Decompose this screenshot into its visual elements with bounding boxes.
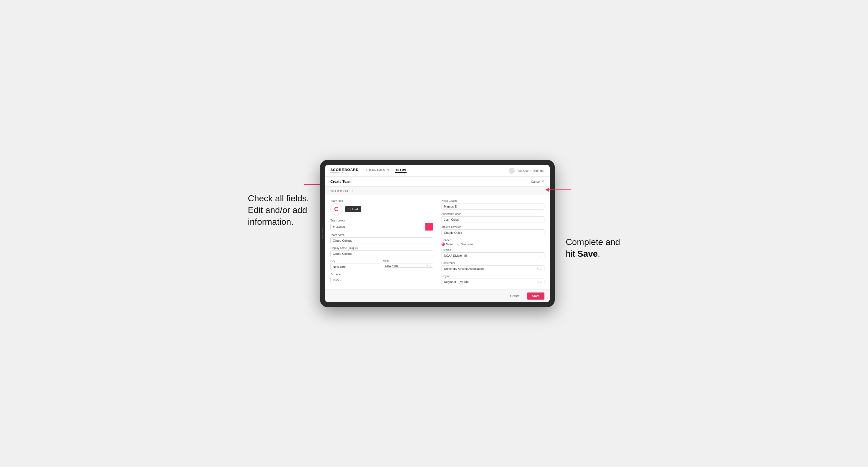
modal-footer: Cancel Save xyxy=(325,289,550,302)
right-annotation-bold: Save xyxy=(578,249,598,259)
city-group: City xyxy=(330,260,381,270)
radio-dot-womens xyxy=(457,243,460,246)
brand-name: SCOREBOARD xyxy=(330,168,359,172)
team-logo-label: Team logo xyxy=(330,199,433,203)
right-annotation-line1: Complete and xyxy=(566,237,620,247)
upload-button[interactable]: Upload xyxy=(345,206,361,212)
tablet-screen: SCOREBOARD Powered by clippd TOURNAMENTS… xyxy=(325,165,550,302)
conference-value: University Athletic Association xyxy=(444,267,484,270)
gender-radio-group: Mens Womens xyxy=(441,243,545,246)
modal-header: Create Team Cancel ✕ xyxy=(325,177,550,187)
athletic-director-field: Athletic Director xyxy=(441,225,545,236)
section-label: TEAM DETAILS xyxy=(325,187,550,195)
region-chevron-icon: ⌄ xyxy=(540,280,542,283)
region-label: Region xyxy=(441,275,545,278)
region-controls: ✕ ⌄ xyxy=(536,280,542,283)
color-text-input[interactable] xyxy=(330,224,425,230)
form-right: Head Coach Assistant Coach Athletic Dire… xyxy=(441,199,545,285)
division-field: Division NCAA Division III ⌄ xyxy=(441,249,545,259)
radio-dot-mens xyxy=(441,243,445,246)
team-logo-field: Team logo C Upload xyxy=(330,199,433,216)
modal-title: Create Team xyxy=(330,180,351,184)
zip-label: Zip code xyxy=(330,273,433,276)
svg-marker-3 xyxy=(545,188,549,192)
sign-out-link[interactable]: Sign out xyxy=(533,169,545,172)
region-select[interactable]: Region II - (M) DIII ✕ ⌄ xyxy=(441,279,545,285)
conference-controls: ✕ ⌄ xyxy=(536,268,542,270)
city-input[interactable] xyxy=(330,263,381,270)
division-select[interactable]: NCAA Division III ⌄ xyxy=(441,252,545,259)
modal-cancel-label: Cancel xyxy=(531,180,540,183)
form-body: Team logo C Upload Team colour xyxy=(325,195,550,289)
region-field: Region Region II - (M) DIII ✕ ⌄ xyxy=(441,275,545,285)
tablet-frame: SCOREBOARD Powered by clippd TOURNAMENTS… xyxy=(320,160,555,307)
logo-circle: C xyxy=(330,203,342,215)
conference-chevron-icon: ⌄ xyxy=(540,268,542,270)
gender-womens-radio[interactable]: Womens xyxy=(457,243,473,246)
right-annotation-line2: hit xyxy=(566,249,578,259)
gender-label: Gender xyxy=(441,239,545,242)
display-name-field: Display name (unique) xyxy=(330,247,433,257)
right-arrow-icon xyxy=(544,182,571,198)
state-label: State xyxy=(383,260,433,263)
region-clear-icon[interactable]: ✕ xyxy=(536,280,539,283)
division-value: NCAA Division III xyxy=(444,254,467,257)
logo-area: C Upload xyxy=(330,203,433,215)
logo-letter: C xyxy=(334,206,339,213)
state-group: State New York ✕ ⌄ xyxy=(383,260,433,270)
assistant-coach-input[interactable] xyxy=(441,216,545,223)
state-clear-icon[interactable]: ✕ xyxy=(426,264,428,268)
zip-input[interactable] xyxy=(330,277,433,283)
brand-sub: Powered by clippd xyxy=(330,172,359,174)
conference-label: Conference xyxy=(441,261,545,264)
division-chevron-icon: ⌄ xyxy=(540,254,542,257)
display-name-label: Display name (unique) xyxy=(330,247,433,250)
head-coach-input[interactable] xyxy=(441,203,545,210)
team-name-label: Team name xyxy=(330,234,433,237)
gender-field: Gender Mens Womens xyxy=(441,239,545,246)
nav-links: TOURNAMENTS TEAMS xyxy=(365,168,502,173)
city-state-row: City State New York ✕ ⌄ xyxy=(330,260,433,270)
nav-link-tournaments[interactable]: TOURNAMENTS xyxy=(365,168,390,173)
color-field xyxy=(330,223,433,231)
head-coach-label: Head Coach xyxy=(441,199,545,203)
athletic-director-input[interactable] xyxy=(441,229,545,236)
nav-link-teams[interactable]: TEAMS xyxy=(395,168,407,173)
team-name-input[interactable] xyxy=(330,237,433,244)
form-left: Team logo C Upload Team colour xyxy=(330,199,433,285)
athletic-director-label: Athletic Director xyxy=(441,225,545,228)
conference-clear-icon[interactable]: ✕ xyxy=(536,268,539,270)
division-label: Division xyxy=(441,249,545,251)
tablet-side-buttons xyxy=(322,228,323,239)
footer-save-button[interactable]: Save xyxy=(527,292,545,300)
right-annotation: Complete and hit Save. xyxy=(566,160,620,260)
color-swatch[interactable] xyxy=(425,223,433,231)
city-label: City xyxy=(330,260,381,263)
city-state-field: City State New York ✕ ⌄ xyxy=(330,260,433,270)
gender-mens-radio[interactable]: Mens xyxy=(441,243,453,246)
zip-field: Zip code xyxy=(330,273,433,283)
modal-cancel-button[interactable]: Cancel ✕ xyxy=(531,180,545,184)
nav-right: Test User | Sign out xyxy=(509,168,545,174)
conference-select[interactable]: University Athletic Association ✕ ⌄ xyxy=(441,266,545,272)
navbar: SCOREBOARD Powered by clippd TOURNAMENTS… xyxy=(325,165,550,177)
right-annotation-dot: . xyxy=(598,249,600,259)
assistant-coach-field: Assistant Coach xyxy=(441,213,545,223)
footer-cancel-button[interactable]: Cancel xyxy=(506,292,524,300)
display-name-input[interactable] xyxy=(330,250,433,257)
user-avatar xyxy=(509,168,515,174)
user-name: Test User | xyxy=(517,169,531,172)
gender-mens-label: Mens xyxy=(446,243,453,246)
brand-logo: SCOREBOARD Powered by clippd xyxy=(330,168,359,174)
team-colour-label: Team colour xyxy=(330,219,433,222)
gender-womens-label: Womens xyxy=(461,243,473,246)
team-colour-field: Team colour xyxy=(330,219,433,231)
left-annotation: Check all fields. Edit and/or add inform… xyxy=(248,160,309,228)
head-coach-field: Head Coach xyxy=(441,199,545,210)
conference-field: Conference University Athletic Associati… xyxy=(441,261,545,272)
assistant-coach-label: Assistant Coach xyxy=(441,213,545,216)
team-name-field: Team name xyxy=(330,234,433,244)
region-value: Region II - (M) DIII xyxy=(444,280,469,283)
state-value: New York xyxy=(385,264,426,268)
state-select-wrap: New York ✕ ⌄ xyxy=(383,263,433,268)
